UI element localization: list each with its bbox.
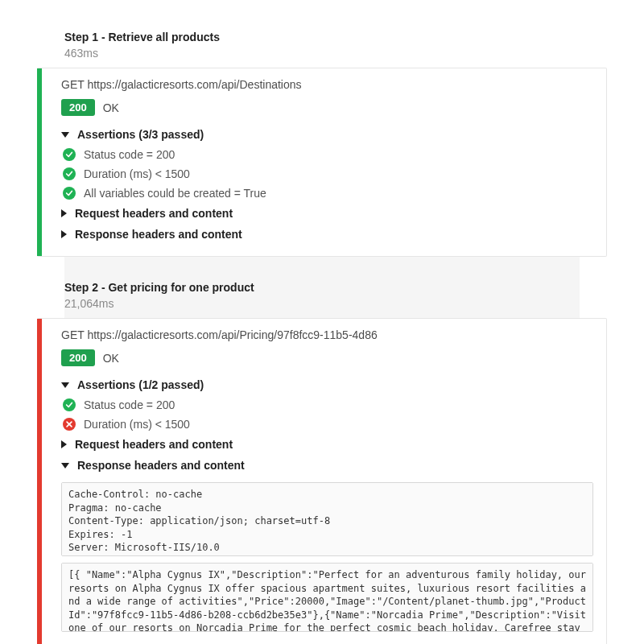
status-code-badge: 200 [61,349,95,366]
chevron-down-icon [61,463,69,469]
status-row: 200OK [61,349,593,366]
chevron-down-icon [61,382,69,388]
status-code-badge: 200 [61,99,95,116]
assertion-text: Status code = 200 [84,398,175,411]
step-card: GET https://galacticresorts.com/api/Dest… [37,68,607,257]
step-title: Step 1 - Retrieve all products [64,31,580,43]
chevron-right-icon [61,440,67,448]
request-headers-toggle[interactable]: Request headers and content [61,434,593,455]
response-body-box[interactable]: [{ "Name":"Alpha Cygnus IX","Description… [61,563,593,632]
assertion-row: Duration (ms) < 1500 [61,164,593,184]
assertions-label: Assertions (1/2 passed) [77,378,204,391]
assertions-label: Assertions (3/3 passed) [77,128,204,141]
chevron-right-icon [61,230,67,238]
response-headers-label: Response headers and content [75,228,242,241]
request-headers-toggle[interactable]: Request headers and content [61,203,593,224]
assertion-row: All variables could be created = True [61,184,593,203]
status-stripe [37,319,42,644]
x-circle-icon [63,418,76,431]
assertion-text: Duration (ms) < 1500 [84,418,190,431]
step-timing: 21,064ms [64,297,580,310]
step-timing: 463ms [64,47,580,60]
assertion-text: Duration (ms) < 1500 [84,167,190,180]
request-line: GET https://galacticresorts.com/api/Dest… [61,78,593,91]
assertion-row: Duration (ms) < 1500 [61,415,593,434]
status-text: OK [103,352,119,365]
chevron-down-icon [61,132,69,138]
assertion-row: Status code = 200 [61,395,593,415]
assertions-toggle[interactable]: Assertions (3/3 passed) [61,124,593,145]
response-headers-toggle[interactable]: Response headers and content [61,224,593,245]
request-line: GET https://galacticresorts.com/api/Pric… [61,328,593,341]
check-circle-icon [63,187,76,200]
step-title: Step 2 - Get pricing for one product [64,281,580,294]
assertion-row: Status code = 200 [61,145,593,164]
check-circle-icon [63,167,76,180]
request-headers-label: Request headers and content [75,207,233,220]
response-headers-box[interactable]: Cache-Control: no-cache Pragma: no-cache… [61,482,593,556]
status-stripe [37,68,42,256]
response-headers-label: Response headers and content [77,459,245,472]
assertion-text: All variables could be created = True [84,187,266,200]
status-text: OK [103,101,119,114]
assertion-text: Status code = 200 [84,148,175,161]
step-card: GET https://galacticresorts.com/api/Pric… [37,318,607,644]
check-circle-icon [63,398,76,411]
response-headers-toggle[interactable]: Response headers and content [61,455,593,476]
assertions-toggle[interactable]: Assertions (1/2 passed) [61,374,593,395]
chevron-right-icon [61,209,67,217]
status-row: 200OK [61,99,593,116]
check-circle-icon [63,148,76,161]
request-headers-label: Request headers and content [75,438,233,451]
